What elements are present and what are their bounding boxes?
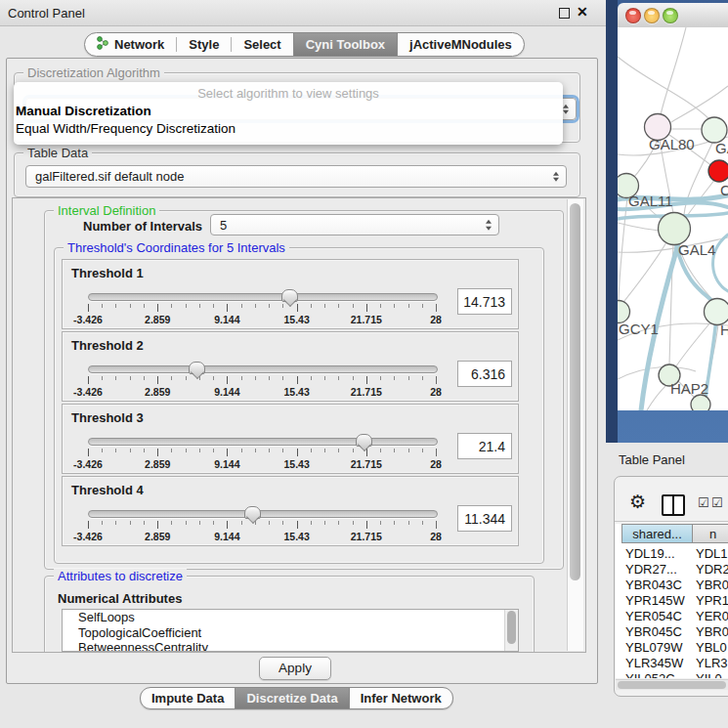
network-icon	[97, 36, 108, 53]
threshold-1-value-field[interactable]: 14.713	[457, 288, 512, 315]
tab-cyni-toolbox[interactable]: Cyni Toolbox	[293, 33, 397, 56]
table-data-combobox[interactable]: galFiltered.sif default node	[25, 165, 567, 188]
control-panel-titlebar	[0, 0, 606, 26]
column-header-shared-name[interactable]: shared...	[621, 524, 693, 543]
threshold-2-value-field[interactable]: 6.316	[457, 361, 512, 387]
table-cell[interactable]: YER054C	[625, 609, 682, 623]
tick-label: 9.144	[214, 314, 239, 325]
threshold-1-panel: Threshold 1 -3.4262.8599.14415.4321.7152…	[62, 259, 519, 329]
table-cell[interactable]: YBL079W	[625, 640, 683, 655]
table-cell[interactable]: YER0	[696, 609, 728, 623]
tick-label: 2.859	[145, 458, 170, 470]
tab-network[interactable]: Network	[85, 33, 176, 56]
table-cell[interactable]: YBR043C	[625, 578, 682, 592]
close-traffic-light-icon[interactable]	[625, 8, 641, 23]
dropdown-option-manual-discretization[interactable]: Manual Discretization	[16, 104, 151, 118]
table-cell[interactable]: YBR0	[696, 578, 728, 592]
tab-impute-data[interactable]: Impute Data	[141, 688, 235, 708]
tick-label: 21.715	[351, 458, 382, 470]
threshold-3-slider[interactable]	[88, 438, 438, 446]
table-cell[interactable]: YDR2	[696, 562, 728, 577]
threshold-3-tick-ruler: -3.4262.8599.14415.4321.71528	[88, 449, 437, 456]
threshold-4-value-field[interactable]: 11.344	[457, 505, 512, 532]
dropdown-option-equal-width-frequency[interactable]: Equal Width/Frequency Discretization	[16, 121, 236, 136]
checkbox-icon[interactable]: ☑	[698, 495, 709, 510]
table-cell[interactable]: YPR145W	[625, 593, 685, 608]
pane-vertical-scrollbar[interactable]	[567, 199, 583, 651]
node-label-hap2: HAP2	[670, 380, 708, 397]
tab-jactivemnodules[interactable]: jActiveMNodules	[397, 33, 524, 56]
tick-label: 21.715	[351, 531, 382, 542]
tick-label: -3.426	[73, 314, 103, 325]
node-label-gal4: GAL4	[678, 241, 715, 258]
zoom-traffic-light-icon[interactable]	[663, 8, 678, 23]
node-label-gal80: GAL80	[649, 136, 695, 152]
tick-label: -3.426	[73, 531, 103, 542]
table-cell[interactable]: YDR27...	[625, 562, 677, 577]
node-label-partial-ga: GA	[715, 140, 728, 156]
table-cell[interactable]: YPR1	[696, 593, 728, 608]
algorithm-dropdown-popup: Select algorithm to view settings Manual…	[14, 82, 563, 145]
tick-label: 2.859	[145, 314, 170, 325]
table-scrollbar-thumb[interactable]	[618, 681, 726, 689]
checkbox-icon[interactable]: ☑	[711, 495, 723, 510]
toolbar-divider	[615, 521, 728, 522]
network-canvas[interactable]	[618, 27, 728, 410]
network-window-titlebar	[618, 3, 728, 28]
threshold-2-slider-thumb[interactable]	[189, 362, 205, 374]
threshold-2-slider[interactable]	[88, 365, 438, 373]
apply-button[interactable]: Apply	[259, 657, 331, 680]
tick-label: 15.43	[283, 386, 309, 398]
table-cell[interactable]: YBR045C	[625, 624, 682, 639]
list-item[interactable]: BetweennessCentrality	[63, 640, 518, 652]
table-cell[interactable]: YIL052C	[625, 671, 675, 678]
list-item[interactable]: TopologicalCoefficient	[63, 625, 518, 641]
threshold-1-slider-thumb[interactable]	[281, 289, 298, 302]
close-icon[interactable]: ✕	[577, 4, 588, 20]
threshold-4-slider-thumb[interactable]	[244, 506, 261, 519]
minimize-traffic-light-icon[interactable]	[644, 8, 660, 23]
desktop-background-strip	[606, 0, 618, 443]
threshold-4-tick-ruler: -3.4262.8599.14415.4321.71528	[88, 521, 437, 529]
table-cell[interactable]: YBL0	[696, 640, 727, 655]
dropdown-hint: Select algorithm to view settings	[14, 86, 563, 101]
table-cell[interactable]: YIL0	[696, 671, 722, 678]
table-horizontal-scrollbar[interactable]	[616, 679, 728, 690]
tick-label: 28	[430, 458, 442, 470]
tab-select[interactable]: Select	[232, 33, 292, 56]
table-panel-title: Table Panel	[619, 452, 685, 467]
table-cell[interactable]: YBR0	[696, 624, 728, 639]
node-red	[708, 160, 728, 182]
threshold-4-slider[interactable]	[88, 510, 438, 518]
float-window-button[interactable]	[559, 8, 570, 19]
combo-arrows-icon	[486, 220, 492, 231]
split-columns-icon[interactable]	[662, 494, 685, 516]
tab-style[interactable]: Style	[177, 33, 231, 56]
tick-label: 15.43	[283, 314, 309, 325]
tab-infer-network[interactable]: Infer Network	[349, 688, 452, 708]
list-scrollbar[interactable]	[504, 610, 518, 651]
tick-label: 28	[430, 531, 442, 542]
threshold-3-value-field[interactable]: 21.4	[457, 433, 512, 459]
number-of-intervals-combobox[interactable]: 5	[210, 214, 499, 236]
tick-label: 28	[430, 386, 442, 398]
numerical-attributes-list[interactable]: SelfLoops TopologicalCoefficient Between…	[62, 609, 519, 652]
combo-arrows-icon	[553, 171, 559, 182]
pane-scrollbar-thumb[interactable]	[570, 203, 580, 580]
tick-label: 2.859	[145, 386, 170, 398]
node-label-gal11: GAL11	[628, 193, 673, 209]
table-data-group-title: Table Data	[23, 146, 92, 160]
table-cell[interactable]: YDL1	[696, 546, 728, 561]
tab-discretize-data[interactable]: Discretize Data	[235, 688, 348, 708]
tick-label: 2.859	[145, 531, 170, 542]
table-cell[interactable]: YLR3	[696, 656, 728, 670]
column-header-name[interactable]: n	[692, 524, 728, 543]
gear-icon[interactable]: ⚙	[629, 491, 646, 513]
threshold-3-slider-thumb[interactable]	[356, 434, 372, 447]
threshold-1-slider[interactable]	[88, 293, 438, 301]
table-cell[interactable]: YDL19...	[625, 546, 675, 561]
list-item[interactable]: SelfLoops	[63, 610, 518, 625]
tab-network-label: Network	[114, 37, 164, 52]
table-cell[interactable]: YLR345W	[625, 656, 683, 670]
combo-arrows-icon	[563, 104, 569, 114]
